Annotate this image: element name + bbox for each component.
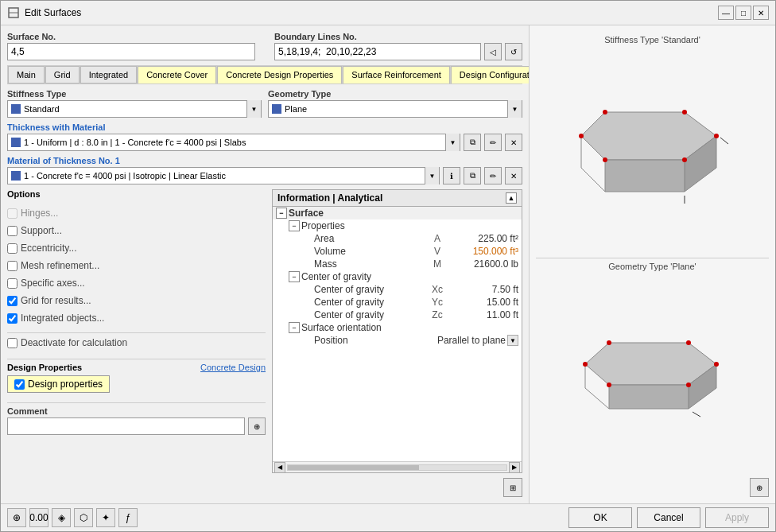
cogz-key: Zc [429, 309, 445, 320]
design-props-checkbox[interactable] [14, 379, 25, 390]
concrete-design-link[interactable]: Concrete Design [200, 363, 266, 372]
mesh-refinement-checkbox[interactable] [7, 261, 17, 271]
svg-point-23 [714, 362, 719, 367]
cogy-value: 15.00 ft [447, 297, 518, 308]
tree-mass-row: Mass M 21600.0 lb [273, 258, 522, 270]
eccentricity-checkbox[interactable] [7, 243, 17, 254]
scroll-thumb [288, 465, 419, 470]
horizontal-scrollbar: ◀ ▶ [273, 461, 522, 472]
boundary-prev-button[interactable]: ◁ [484, 43, 502, 60]
boundary-lines-row: ◁ ↺ [274, 43, 522, 60]
geometry-type-select[interactable]: Plane ▼ [268, 100, 522, 118]
stiffness-type-dropdown-wrap: Standard ▼ [7, 100, 262, 118]
hinges-checkbox[interactable] [7, 208, 17, 219]
tab-grid[interactable]: Grid [45, 66, 80, 83]
material-edit-button[interactable]: ✏ [484, 167, 502, 184]
design-properties-button[interactable]: Design properties [7, 375, 110, 393]
material-dropdown-arrow: ▼ [425, 167, 439, 184]
minimize-button[interactable]: — [718, 6, 734, 20]
boundary-lines-input[interactable] [274, 43, 481, 60]
tab-main[interactable]: Main [8, 66, 45, 83]
integrated-objects-label: Integrated objects... [21, 313, 104, 324]
tab-concrete-design-props[interactable]: Concrete Design Properties [217, 66, 342, 83]
ok-button[interactable]: OK [568, 507, 632, 528]
toolbar-coords-button[interactable]: 0.00 [29, 508, 48, 527]
tab-design-configurations[interactable]: Design Configurations [451, 66, 529, 83]
material-info-button[interactable]: ℹ [443, 167, 460, 184]
toolbar-func-button[interactable]: ƒ [118, 508, 138, 527]
material-copy-button[interactable]: ⧉ [464, 167, 481, 184]
svg-point-26 [583, 362, 588, 367]
info-bottom-icons: ⊞ [272, 478, 522, 497]
deactivate-checkbox[interactable] [7, 338, 17, 348]
support-checkbox[interactable] [7, 226, 17, 236]
cogy-key: Yc [429, 297, 445, 308]
scroll-right-button[interactable]: ▶ [509, 462, 520, 473]
option-grid-results: Grid for results... [7, 294, 266, 307]
specific-axes-checkbox[interactable] [7, 278, 17, 289]
titlebar: Edit Surfaces — □ ✕ [1, 1, 775, 25]
cogy-label: Center of gravity [314, 297, 428, 308]
thickness-edit-button[interactable]: ✏ [484, 134, 502, 151]
thickness-select[interactable]: 1 - Uniform | d : 8.0 in | 1 - Concrete … [7, 134, 460, 151]
svg-point-9 [603, 110, 607, 115]
orientation-expand[interactable]: − [289, 322, 300, 333]
volume-value: 150.000 ft³ [447, 246, 518, 257]
area-key: A [429, 233, 445, 244]
tab-integrated[interactable]: Integrated [80, 66, 138, 83]
material-select[interactable]: 1 - Concrete f'c = 4000 psi | Isotropic … [7, 167, 440, 184]
edit-surfaces-window: Edit Surfaces — □ ✕ Surface No. Boundary… [0, 0, 776, 532]
right-panel-icon-button[interactable]: ⊕ [750, 478, 769, 497]
scroll-left-button[interactable]: ◀ [274, 462, 285, 473]
close-button[interactable]: ✕ [753, 6, 769, 20]
design-btn-row: Design properties [7, 375, 266, 393]
svg-line-20 [693, 412, 700, 417]
mass-value: 21600.0 lb [447, 258, 518, 270]
support-label: Support... [21, 225, 62, 236]
apply-button[interactable]: Apply [705, 507, 769, 528]
cog-expand[interactable]: − [289, 271, 300, 282]
thickness-copy-button[interactable]: ⧉ [464, 134, 481, 151]
info-collapse-button[interactable]: ▲ [506, 192, 517, 204]
material-delete-button[interactable]: ✕ [505, 167, 522, 184]
svg-point-10 [682, 110, 687, 115]
surface-no-input[interactable] [7, 43, 255, 60]
comment-icon-button[interactable]: ⊕ [248, 417, 266, 435]
main-content: Surface No. Boundary Lines No. ◁ ↺ Main … [1, 25, 775, 503]
toolbar-snap-button[interactable]: ◈ [52, 508, 71, 527]
thickness-label: Thickness with Material [7, 122, 522, 132]
eccentricity-label: Eccentricity... [21, 243, 76, 254]
cancel-button[interactable]: Cancel [637, 507, 700, 528]
tabs-bar: Main Grid Integrated Concrete Cover Conc… [7, 65, 522, 84]
cogx-value: 7.50 ft [447, 284, 518, 295]
properties-expand[interactable]: − [289, 220, 300, 231]
boundary-next-button[interactable]: ↺ [505, 43, 522, 60]
scroll-track[interactable] [287, 464, 507, 471]
toolbar-star-button[interactable]: ✦ [96, 508, 115, 527]
properties-label: Properties [301, 220, 518, 231]
maximize-button[interactable]: □ [735, 6, 751, 20]
design-btn-label: Design properties [28, 379, 103, 390]
grid-results-checkbox[interactable] [7, 296, 17, 306]
tree-properties-row: − Properties [273, 219, 522, 232]
thickness-delete-button[interactable]: ✕ [505, 134, 522, 151]
orientation-label: Surface orientation [301, 322, 518, 333]
boundary-lines-section: Boundary Lines No. ◁ ↺ [274, 32, 522, 60]
geometry-type-value: Plane [285, 104, 507, 114]
tab-surface-reinforcement[interactable]: Surface Reinforcement [343, 66, 450, 83]
integrated-objects-checkbox[interactable] [7, 313, 17, 324]
toolbar-grid-button[interactable]: ⬡ [74, 508, 93, 527]
position-dropdown[interactable]: ▼ [507, 335, 518, 346]
hinges-label: Hinges... [21, 208, 58, 219]
svg-point-22 [686, 340, 691, 345]
window-title: Edit Surfaces [25, 7, 713, 18]
info-grid-button[interactable]: ⊞ [503, 478, 522, 497]
cogz-label: Center of gravity [314, 309, 428, 320]
toolbar-add-button[interactable]: ⊕ [7, 508, 26, 527]
surface-expand[interactable]: − [276, 208, 287, 219]
tab-concrete-cover[interactable]: Concrete Cover [138, 66, 216, 83]
comment-input[interactable] [7, 417, 245, 435]
svg-line-6 [581, 168, 605, 192]
stiffness-type-select[interactable]: Standard ▼ [7, 100, 262, 118]
svg-point-12 [682, 157, 687, 162]
